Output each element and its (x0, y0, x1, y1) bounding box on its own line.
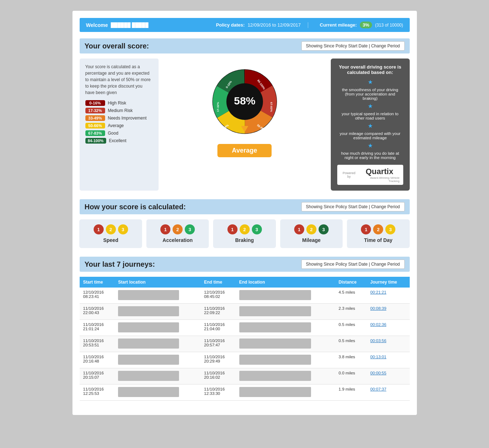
journeys-period-btn[interactable]: Showing Since Policy Start Date | Change… (301, 260, 405, 269)
factor-timeofday: 1 2 3 Time of Day (347, 219, 409, 248)
star-icon-4: ★ (337, 142, 403, 149)
journey-start-loc-1 (114, 304, 200, 320)
journey-end-loc-4 (236, 352, 335, 368)
journey-end-time-1: 11/10/2016 22:09:22 (201, 304, 236, 320)
info-item-2: your mileage compared with your estimate… (337, 131, 403, 140)
legend-item-2: 33-49% Needs Improvement (85, 115, 153, 121)
factor-accel-label: Acceleration (153, 237, 202, 243)
mileage-pct: 3% (360, 22, 372, 28)
col-distance: Distance (335, 277, 367, 288)
journey-start-loc-2 (114, 320, 200, 336)
factor-braking-dot-2: 2 (240, 224, 250, 234)
mileage-sub: (313 of 10000) (375, 23, 403, 28)
journey-time-6[interactable]: 00:07:37 (367, 384, 409, 401)
journey-start-time-2: 11/10/2016 21:01:24 (80, 320, 115, 336)
journey-start-loc-4 (114, 352, 200, 368)
svg-text:67-83%: 67-83% (270, 102, 273, 112)
journey-start-loc-5 (114, 368, 200, 384)
legend-item-5: 84-100% Excellent (85, 138, 153, 144)
journey-time-0[interactable]: 00:21:21 (367, 288, 409, 304)
journey-distance-2: 0.5 miles (335, 320, 367, 336)
journey-start-time-4: 11/10/2016 20:16:48 (80, 352, 115, 368)
overall-score-title: Your overall score: (85, 42, 149, 50)
journey-end-time-6: 11/10/2016 12:33:30 (201, 384, 236, 401)
journey-end-loc-2 (236, 320, 335, 336)
legend-badge-1: 17-32% (85, 108, 105, 113)
factor-braking: 1 2 3 Braking (213, 219, 276, 248)
quartix-brand: Powered by Quartix Award-Winning Vehicle… (337, 165, 403, 185)
factor-tod-dot-3: 3 (385, 224, 395, 234)
journey-time-5[interactable]: 00:00:55 (367, 368, 409, 384)
legend-item-4: 67-83% Good (85, 130, 153, 136)
overall-score-header: Your overall score: Showing Since Policy… (80, 38, 410, 53)
factor-braking-dot-1: 1 (227, 224, 238, 234)
journey-time-4[interactable]: 00:13:01 (367, 352, 409, 368)
journey-end-loc-5 (236, 368, 335, 384)
legend-badge-0: 0-16% (85, 100, 105, 106)
factor-mileage: 1 2 3 Mileage (280, 219, 343, 248)
journey-distance-4: 3.8 miles (335, 352, 367, 368)
mileage-label: Current mileage: (320, 22, 357, 28)
factor-accel-dot-1: 1 (160, 224, 170, 234)
factor-accel-dot-2: 2 (173, 224, 183, 234)
journeys-table: Start time Start location End time End l… (80, 277, 410, 401)
factor-mileage-dot-3: 3 (319, 224, 329, 234)
journeys-table-header-row: Start time Start location End time End l… (80, 277, 410, 288)
journey-time-3[interactable]: 00:03:56 (367, 336, 409, 352)
factor-mileage-dot-1: 1 (294, 224, 304, 234)
score-factors: 1 2 3 Speed 1 2 3 Acceleration 1 2 3 Bra… (80, 219, 410, 248)
legend-item-3: 50-66% Average (85, 123, 153, 129)
factor-mileage-dot-2: 2 (306, 224, 316, 234)
journey-end-loc-0 (236, 288, 335, 304)
quartix-sub: Award-Winning Vehicle Tracking (359, 176, 400, 183)
factor-acceleration: 1 2 3 Acceleration (146, 219, 209, 248)
col-start-loc: Start location (114, 277, 200, 288)
legend-label-4: Good (108, 131, 118, 136)
journey-end-time-3: 11/10/2016 20:57:47 (201, 336, 236, 352)
journey-end-time-4: 11/10/2016 20:29:49 (201, 352, 236, 368)
journey-start-time-6: 11/10/2016 12:25:53 (80, 384, 115, 401)
info-item-3: how much driving you do late at night or… (337, 151, 403, 160)
journey-distance-0: 4.5 miles (335, 288, 367, 304)
factor-timeofday-dots: 1 2 3 (353, 224, 403, 234)
table-row: 11/10/2016 20:16:48 11/10/2016 20:29:49 … (80, 352, 410, 368)
journey-start-time-3: 11/10/2016 20:53:51 (80, 336, 115, 352)
score-calc-period-btn[interactable]: Showing Since Policy Start Date | Change… (301, 202, 405, 211)
legend-label-5: Excellent (109, 138, 127, 143)
table-row: 11/10/2016 12:25:53 11/10/2016 12:33:30 … (80, 384, 410, 401)
legend-badge-3: 50-66% (85, 123, 105, 129)
welcome-name: ██████ █████ (111, 22, 149, 28)
score-info-box: Your overall driving score is calculated… (331, 59, 410, 191)
factor-speed-dot-2: 2 (106, 224, 116, 234)
journey-distance-1: 2.3 miles (335, 304, 367, 320)
journey-start-loc-0 (114, 288, 200, 304)
donut-chart: 58% 0-16% 17-32% 33-49% 50-66% 67-83% 84… (205, 62, 284, 141)
journey-start-time-5: 11/10/2016 20:15:07 (80, 368, 115, 384)
factor-tod-dot-1: 1 (361, 224, 371, 234)
legend-badge-5: 84-100% (85, 138, 106, 144)
star-icon-1: ★ (337, 79, 403, 85)
journey-time-2[interactable]: 00:02:36 (367, 320, 409, 336)
overall-score-body: Your score is calculated as a percentage… (80, 59, 410, 191)
journey-distance-6: 1.9 miles (335, 384, 367, 401)
journey-start-time-1: 11/10/2016 22:00:43 (80, 304, 115, 320)
factor-braking-label: Braking (220, 237, 269, 243)
journey-end-loc-3 (236, 336, 335, 352)
journey-start-loc-6 (114, 384, 200, 401)
score-calc-header: How your score is calculated: Showing Si… (80, 199, 410, 214)
legend-label-0: High Risk (108, 101, 126, 106)
journeys-table-wrap: Start time Start location End time End l… (80, 277, 410, 401)
legend-desc: Your score is calculated as a percentage… (85, 64, 153, 96)
factor-speed-label: Speed (86, 237, 135, 243)
legend-item-0: 0-16% High Risk (85, 100, 153, 106)
overall-score-period-btn[interactable]: Showing Since Policy Start Date | Change… (301, 41, 405, 51)
header-bar: Welcome ██████ █████ Policy dates: 12/09… (80, 18, 410, 32)
donut-svg: 58% 0-16% 17-32% 33-49% 50-66% 67-83% 84… (205, 62, 284, 141)
table-row: 12/10/2016 08:23:41 12/10/2016 08:45:02 … (80, 288, 410, 304)
journey-time-1[interactable]: 00:08:39 (367, 304, 409, 320)
journey-distance-3: 0.5 miles (335, 336, 367, 352)
factor-speed-dots: 1 2 3 (86, 224, 135, 234)
legend-label-2: Needs Improvement (108, 116, 147, 121)
svg-text:58%: 58% (234, 95, 255, 107)
table-row: 11/10/2016 21:01:24 11/10/2016 21:04:00 … (80, 320, 410, 336)
